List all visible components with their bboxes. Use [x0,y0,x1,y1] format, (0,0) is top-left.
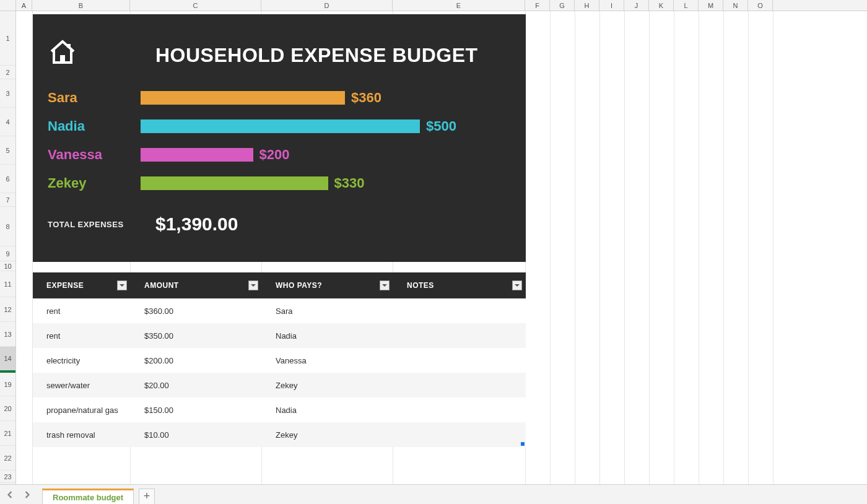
col-notes-header[interactable]: NOTES [393,281,526,290]
cell-expense[interactable]: sewer/water [33,381,131,390]
col-expense-header[interactable]: EXPENSE [33,281,131,290]
table-row[interactable]: rent$350.00Nadia [33,323,526,348]
col-header-D[interactable]: D [261,0,393,11]
row-header-11[interactable]: 11 [0,271,15,297]
cell-amount[interactable]: $150.00 [131,406,262,415]
col-header-J[interactable]: J [624,0,649,11]
person-name: Sara [48,90,141,106]
col-header-L[interactable]: L [674,0,699,11]
row-header-14[interactable]: 14 [0,347,15,371]
sheet-tab-active[interactable]: Roommate budget [42,489,134,505]
cell-expense[interactable]: rent [33,331,131,341]
row-header-13[interactable]: 13 [0,322,15,347]
cell-expense[interactable]: rent [33,306,131,316]
table-row[interactable]: trash removal$10.00Zekey [33,422,526,447]
row-header-6[interactable]: 6 [0,165,15,193]
row-header-22[interactable]: 22 [0,446,15,471]
home-icon [48,38,77,70]
row-header-12[interactable]: 12 [0,297,15,322]
column-headers[interactable]: ABCDEFGHIJKLMNO [0,0,867,11]
row-header-10[interactable]: 10 [0,261,15,271]
cell-who[interactable]: Nadia [262,331,393,341]
table-row[interactable]: rent$360.00Sara [33,298,526,323]
col-header-K[interactable]: K [649,0,674,11]
person-bar-row: Nadia$500 [48,112,511,141]
row-header-1[interactable]: 1 [0,11,15,66]
cell-expense[interactable]: trash removal [33,430,131,440]
row-header-21[interactable]: 21 [0,421,15,446]
filter-button[interactable] [248,280,258,290]
cell-who[interactable]: Zekey [262,430,393,440]
col-header-G[interactable]: G [550,0,575,11]
col-header-N[interactable]: N [723,0,748,11]
cell-amount[interactable]: $10.00 [131,430,262,440]
table-row[interactable]: propane/natural gas$150.00Nadia [33,398,526,422]
person-value: $360 [351,90,381,106]
person-value: $200 [259,147,290,163]
row-header-9[interactable]: 9 [0,246,15,261]
sheet-grid[interactable]: HOUSEHOLD EXPENSE BUDGET Sara$360Nadia$5… [16,11,867,484]
person-bar-row: Sara$360 [48,84,511,112]
row-header-8[interactable]: 8 [0,207,15,246]
row-header-23[interactable]: 23 [0,471,15,483]
cell-who[interactable]: Vanessa [262,356,393,365]
col-header-A[interactable]: A [16,0,32,11]
summary-card: HOUSEHOLD EXPENSE BUDGET Sara$360Nadia$5… [33,14,526,262]
person-bar-row: Vanessa$200 [48,141,511,169]
col-amount-header[interactable]: AMOUNT [131,281,262,290]
col-header-O[interactable]: O [748,0,773,11]
filter-button[interactable] [117,280,127,290]
total-label: TOTAL EXPENSES [48,220,155,229]
cell-who[interactable]: Sara [262,306,393,316]
person-name: Zekey [48,175,141,191]
row-header-2[interactable]: 2 [0,66,15,79]
prev-sheet-button[interactable] [2,487,17,502]
col-header-I[interactable]: I [599,0,624,11]
cell-amount[interactable]: $350.00 [131,331,262,341]
row-header-5[interactable]: 5 [0,136,15,165]
person-bar [141,119,420,133]
row-headers[interactable]: 12345678910111213141920212223 [0,11,16,484]
select-all-corner[interactable] [0,0,16,11]
cell-expense[interactable]: electricity [33,356,131,365]
row-header-3[interactable]: 3 [0,79,15,108]
expense-table: EXPENSE AMOUNT WHO PAYS? NOTES [33,272,526,447]
cell-amount[interactable]: $200.00 [131,356,262,365]
row-header-7[interactable]: 7 [0,193,15,207]
row-header-19[interactable]: 19 [0,371,15,396]
person-name: Nadia [48,118,141,134]
add-sheet-button[interactable]: + [139,489,155,505]
col-header-E[interactable]: E [393,0,525,11]
person-bar [141,148,253,162]
person-name: Vanessa [48,147,141,163]
row-header-4[interactable]: 4 [0,108,15,136]
row-header-20[interactable]: 20 [0,396,15,421]
table-row[interactable]: electricity$200.00Vanessa [33,348,526,373]
cell-who[interactable]: Zekey [262,381,393,390]
filter-button[interactable] [512,280,522,290]
total-value: $1,390.00 [155,214,238,235]
cell-amount[interactable]: $360.00 [131,306,262,316]
col-header-B[interactable]: B [32,0,130,11]
col-header-C[interactable]: C [130,0,261,11]
col-header-label: WHO PAYS? [276,281,322,290]
selection-handle[interactable] [521,442,525,446]
sheet-tab-label: Roommate budget [53,493,123,502]
col-header-F[interactable]: F [525,0,550,11]
col-header-M[interactable]: M [699,0,723,11]
col-header-H[interactable]: H [575,0,599,11]
person-value: $330 [334,175,365,191]
person-value: $500 [426,118,456,134]
people-bars: Sara$360Nadia$500Vanessa$200Zekey$330 [48,84,511,198]
col-header-label: NOTES [407,281,434,290]
cell-who[interactable]: Nadia [262,406,393,415]
cell-amount[interactable]: $20.00 [131,381,262,390]
filter-button[interactable] [380,280,390,290]
totals-row: TOTAL EXPENSES $1,390.00 [48,214,238,235]
table-row[interactable]: sewer/water$20.00Zekey [33,373,526,398]
next-sheet-button[interactable] [20,487,35,502]
svg-rect-0 [60,55,65,63]
cell-expense[interactable]: propane/natural gas [33,406,131,415]
col-who-header[interactable]: WHO PAYS? [262,281,393,290]
col-header-label: AMOUNT [144,281,179,290]
